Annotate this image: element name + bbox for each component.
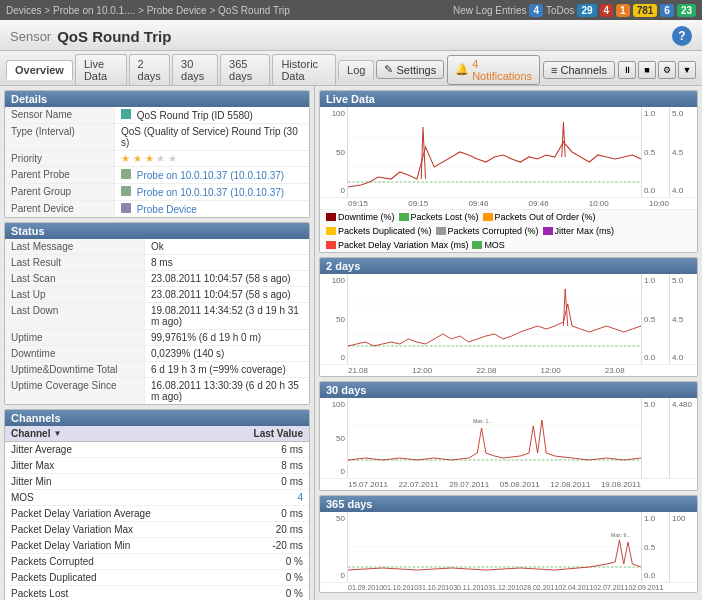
channels-icon: ≡ [551,64,557,76]
breadcrumb: Devices > Probe on 10.0.1.... > Probe De… [6,5,449,16]
bell-icon: 🔔 [455,63,469,76]
channels-button[interactable]: ≡ Channels [543,61,615,79]
group-link[interactable]: Probe on 10.0.10.37 (10.0.10.37) [137,187,284,198]
days30-chart-canvas[interactable]: Max: 1... [348,398,641,478]
star4: ★ [156,153,165,164]
days30-y-right1: 5.0 [641,398,669,478]
ch-row-jitter-max: Jitter Max 8 ms [5,458,309,474]
days365-y-right1: 1.00.50.0 [641,512,669,582]
top-bar-right: New Log Entries 4 ToDos 29 4 1 781 6 23 [453,4,696,17]
legend-pkt-dup-color [326,227,336,235]
status-value-scan: 23.08.2011 10:04:57 (58 s ago) [145,271,309,286]
legend-mos-color [472,241,482,249]
status-row-msg: Last Message Ok [5,239,309,255]
new-log-badge[interactable]: 4 [529,4,543,17]
detail-row-type: Type (Interval) QoS (Quality of Service)… [5,124,309,151]
ch-row-pkt-corrupt: Packets Corrupted 0 % [5,554,309,570]
status-section: Status Last Message Ok Last Result 8 ms … [4,222,310,405]
days365-y-left: 500 [320,512,348,582]
status-value-up: 23.08.2011 10:04:57 (58 s ago) [145,287,309,302]
detail-value-name: QoS Round Trip (ID 5580) [115,107,309,123]
right-panel: Live Data 100500 [315,86,702,600]
status-row-uptime: Uptime 99,9761% (6 d 19 h 0 m) [5,330,309,346]
status-row-down: Last Down 19.08.2011 14:34:52 (3 d 19 h … [5,303,309,330]
ch-row-mos: MOS 4 [5,490,309,506]
ch-row-jitter-avg: Jitter Average 6 ms [5,442,309,458]
tab-365days[interactable]: 365 days [220,54,270,85]
help-button[interactable]: ? [672,26,692,46]
tab-historic[interactable]: Historic Data [272,54,336,85]
settings-label: Settings [396,64,436,76]
badge4[interactable]: 6 [660,4,674,17]
legend-pkt-lost-color [399,213,409,221]
status-label-total: Uptime&Downtime Total [5,362,145,377]
tab-30days[interactable]: 30 days [172,54,218,85]
ch-val-pdv-min: -20 ms [229,538,309,553]
detail-value-group: Probe on 10.0.10.37 (10.0.10.37) [115,184,309,200]
settings-button[interactable]: ✎ Settings [376,60,444,79]
legend-downtime: Downtime (%) [326,212,395,222]
svg-rect-8 [348,398,641,478]
live-chart-canvas[interactable] [348,107,641,197]
status-label-coverage: Uptime Coverage Since [5,378,145,404]
nav-controls: ⏸ ■ ⚙ ▼ [618,61,696,79]
details-section: Details Sensor Name QoS Round Trip (ID 5… [4,90,310,218]
legend-jitter-max-color [543,227,553,235]
detail-row-device: Parent Device Probe Device [5,201,309,217]
channels-col-header: Channel ▼ Last Value [5,426,309,442]
days30-y-left: 100500 [320,398,348,478]
days2-chart-canvas[interactable] [348,274,641,364]
status-body: Last Message Ok Last Result 8 ms Last Sc… [5,239,309,404]
probe-link[interactable]: Probe on 10.0.10.37 (10.0.10.37) [137,170,284,181]
ch-row-pdv-avg: Packet Delay Variation Average 0 ms [5,506,309,522]
todos-badge[interactable]: 29 [577,4,596,17]
channels-header: Channels [5,410,309,426]
legend-jitter-max-label: Jitter Max (ms) [555,226,615,236]
legend-pkt-lost-label: Packets Lost (%) [411,212,479,222]
tab-live-data[interactable]: Live Data [75,54,127,85]
badge1[interactable]: 4 [600,4,614,17]
ch-val-mos[interactable]: 4 [229,490,309,505]
legend-pkt-corrupt-label: Packets Corrupted (%) [448,226,539,236]
stop-button[interactable]: ■ [638,61,656,79]
days2-chart-header: 2 days [320,258,697,274]
settings-icon-btn[interactable]: ⚙ [658,61,676,79]
status-header: Status [5,223,309,239]
tab-2days[interactable]: 2 days [129,54,171,85]
detail-label-type: Type (Interval) [5,124,115,150]
live-legend: Downtime (%) Packets Lost (%) Packets Ou… [320,209,697,252]
days2-x-labels: 21.08 12:00 22.08 12:00 23.08 [320,364,697,376]
badge3[interactable]: 781 [633,4,658,17]
notifications-button[interactable]: 🔔 4 Notifications [447,55,540,85]
status-value-uptime: 99,9761% (6 d 19 h 0 m) [145,330,309,345]
ch-name-pdv-avg: Packet Delay Variation Average [5,506,229,521]
live-chart-area: 100500 [320,107,697,197]
detail-label-priority: Priority [5,151,115,166]
device-link[interactable]: Probe Device [137,204,197,215]
ch-col2-header: Last Value [229,426,309,441]
legend-pkt-dup-label: Packets Duplicated (%) [338,226,432,236]
ch-name-mos: MOS [5,490,229,505]
ch-val-pdv-max: 20 ms [229,522,309,537]
tab-overview[interactable]: Overview [6,60,73,80]
menu-button[interactable]: ▼ [678,61,696,79]
tab-log[interactable]: Log [338,60,374,79]
ch-col1-header[interactable]: Channel ▼ [5,426,229,441]
badge2[interactable]: 1 [616,4,630,17]
days365-svg: Max: 9... [348,512,641,582]
ch-val-pkt-corrupt: 0 % [229,554,309,569]
badge5[interactable]: 23 [677,4,696,17]
days365-y-right2: 100 [669,512,697,582]
legend-pkt-ooo: Packets Out of Order (%) [483,212,596,222]
days365-chart-canvas[interactable]: Max: 9... [348,512,641,582]
channels-section: Channels Channel ▼ Last Value Jitter Ave… [4,409,310,600]
detail-label-name: Sensor Name [5,107,115,123]
ch-name-pdv-min: Packet Delay Variation Min [5,538,229,553]
legend-pkt-lost: Packets Lost (%) [399,212,479,222]
group-icon [121,186,131,196]
live-y-axis-right1: 1.00.50.0 [641,107,669,197]
star3: ★ [145,153,154,164]
svg-text:Max: 1...: Max: 1... [473,418,493,424]
pause-button[interactable]: ⏸ [618,61,636,79]
status-label-downtime: Downtime [5,346,145,361]
